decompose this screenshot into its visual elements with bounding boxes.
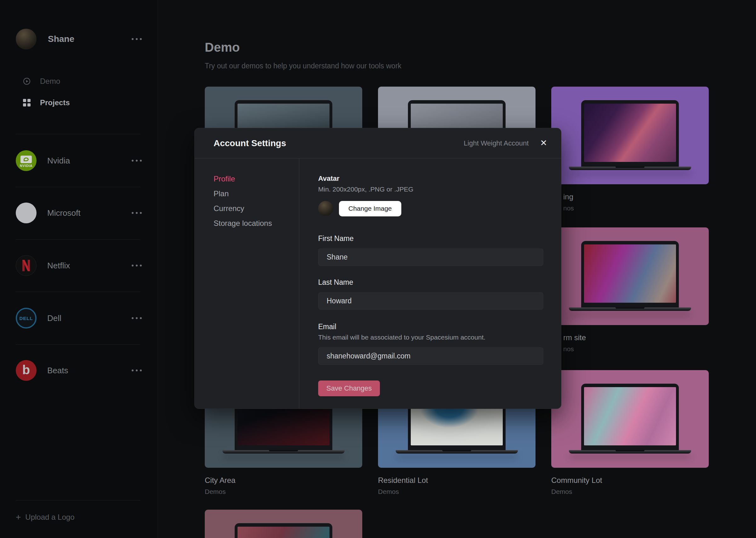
app-window: Shane Demo Projects NVIDIA Nvidia bbox=[0, 0, 756, 538]
brand-ellipsis-icon[interactable] bbox=[132, 369, 142, 371]
plus-icon: + bbox=[16, 513, 21, 522]
laptop-mockup bbox=[581, 100, 679, 170]
brand-row-microsoft[interactable]: Microsoft bbox=[16, 202, 142, 223]
sidebar-item-demo[interactable]: Demo bbox=[23, 77, 60, 86]
change-image-button[interactable]: Change Image bbox=[339, 201, 401, 216]
card-title: Community Lot bbox=[551, 476, 709, 485]
brand-ellipsis-icon[interactable] bbox=[132, 160, 142, 162]
demo-card[interactable]: Community Lot Demos bbox=[551, 370, 709, 496]
demo-card[interactable]: ing nos bbox=[551, 86, 709, 212]
divider bbox=[16, 344, 140, 345]
card-subtitle: nos bbox=[551, 204, 709, 212]
last-name-input[interactable] bbox=[318, 292, 543, 310]
microsoft-logo-icon bbox=[16, 202, 36, 223]
user-avatar[interactable] bbox=[16, 29, 36, 49]
sidebar-item-label: Projects bbox=[40, 98, 70, 107]
account-type-badge: Light Weight Account bbox=[464, 139, 528, 147]
divider bbox=[16, 240, 140, 240]
card-title: City Area bbox=[205, 476, 362, 485]
brand-name: Netflix bbox=[47, 261, 70, 271]
demo-card[interactable] bbox=[205, 510, 362, 538]
avatar-label: Avatar bbox=[318, 174, 543, 183]
brand-row-beats[interactable]: b Beats bbox=[16, 360, 142, 381]
email-label: Email bbox=[318, 322, 543, 331]
nav-item-profile[interactable]: Profile bbox=[195, 171, 299, 186]
user-row[interactable]: Shane bbox=[16, 28, 142, 50]
divider bbox=[16, 500, 140, 501]
brand-name: Microsoft bbox=[47, 208, 80, 218]
account-settings-dialog: Account Settings Light Weight Account ✕ … bbox=[194, 128, 561, 409]
email-input[interactable] bbox=[318, 348, 543, 365]
page-title: Demo bbox=[205, 40, 240, 54]
divider bbox=[16, 292, 140, 292]
brand-row-nvidia[interactable]: NVIDIA Nvidia bbox=[16, 150, 142, 171]
brand-name: Beats bbox=[47, 366, 68, 375]
nvidia-logo-icon: NVIDIA bbox=[16, 150, 36, 171]
dell-logo-icon: DELL bbox=[16, 308, 36, 329]
dialog-title: Account Settings bbox=[214, 138, 286, 148]
divider bbox=[16, 187, 140, 187]
profile-avatar[interactable] bbox=[318, 201, 333, 216]
netflix-logo-icon bbox=[16, 255, 36, 276]
brand-row-dell[interactable]: DELL Dell bbox=[16, 308, 142, 329]
beats-logo-icon: b bbox=[16, 360, 36, 381]
brand-name: Nvidia bbox=[47, 156, 70, 166]
card-subtitle: Demos bbox=[205, 488, 362, 496]
first-name-label: First Name bbox=[318, 234, 543, 243]
sidebar-item-label: Demo bbox=[40, 77, 60, 86]
page-subtitle: Try out our demos to help you understand… bbox=[205, 62, 401, 70]
laptop-mockup bbox=[581, 384, 679, 454]
brand-ellipsis-icon[interactable] bbox=[132, 212, 142, 214]
card-title: rm site bbox=[551, 333, 709, 342]
close-icon[interactable]: ✕ bbox=[540, 139, 547, 147]
email-hint: This email will be associated to your Sp… bbox=[318, 333, 543, 342]
save-changes-button[interactable]: Save Changes bbox=[318, 381, 380, 396]
profile-panel: Avatar Min. 200x200px, .PNG or .JPEG Cha… bbox=[299, 158, 561, 409]
brand-ellipsis-icon[interactable] bbox=[132, 317, 142, 319]
sidebar-item-projects[interactable]: Projects bbox=[23, 98, 70, 107]
first-name-input[interactable] bbox=[318, 248, 543, 266]
card-subtitle: Demos bbox=[378, 488, 535, 496]
dialog-header: Account Settings Light Weight Account ✕ bbox=[195, 128, 561, 158]
brand-row-netflix[interactable]: Netflix bbox=[16, 255, 142, 276]
last-name-label: Last Name bbox=[318, 278, 543, 287]
dialog-nav: Profile Plan Currency Storage locations bbox=[195, 158, 299, 409]
user-name: Shane bbox=[48, 34, 74, 44]
card-subtitle: Demos bbox=[551, 488, 709, 496]
card-subtitle: nos bbox=[551, 345, 709, 353]
card-title: ing bbox=[551, 192, 709, 201]
brand-ellipsis-icon[interactable] bbox=[132, 265, 142, 266]
divider bbox=[16, 134, 140, 134]
grid-icon bbox=[23, 99, 30, 106]
demo-card[interactable]: rm site nos bbox=[551, 227, 709, 353]
nav-item-storage-locations[interactable]: Storage locations bbox=[195, 216, 299, 231]
card-title: Residential Lot bbox=[378, 476, 535, 485]
laptop-mockup bbox=[235, 523, 332, 538]
sidebar: Shane Demo Projects NVIDIA Nvidia bbox=[0, 0, 157, 538]
play-circle-icon bbox=[23, 78, 30, 85]
nav-item-plan[interactable]: Plan bbox=[195, 186, 299, 201]
nav-item-currency[interactable]: Currency bbox=[195, 201, 299, 216]
brand-name: Dell bbox=[47, 313, 61, 323]
avatar-hint: Min. 200x200px, .PNG or .JPEG bbox=[318, 185, 543, 194]
upload-logo-button[interactable]: + Upload a Logo bbox=[16, 513, 75, 522]
user-menu-ellipsis-icon[interactable] bbox=[132, 38, 142, 40]
laptop-mockup bbox=[581, 241, 679, 311]
nvidia-eye-icon bbox=[24, 157, 29, 161]
